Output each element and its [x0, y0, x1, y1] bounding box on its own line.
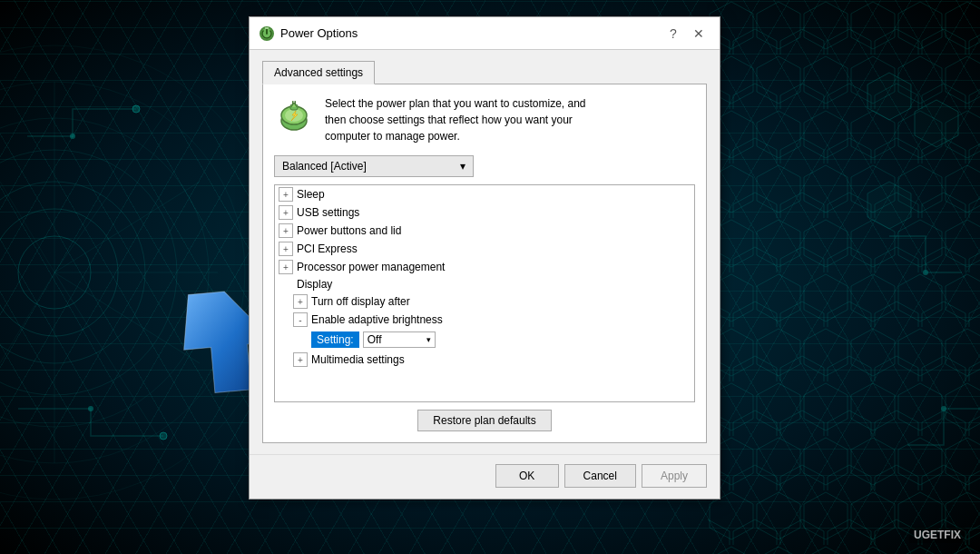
setting-label: Setting: — [311, 331, 359, 348]
background-circles — [0, 0, 290, 554]
svg-point-18 — [132, 105, 140, 113]
tree-expand-multimedia[interactable]: + — [293, 352, 308, 367]
tab-advanced-settings[interactable]: Advanced settings — [262, 61, 375, 84]
svg-point-28 — [941, 406, 946, 411]
ok-button[interactable]: OK — [495, 464, 559, 488]
dialog-footer: OK Cancel Apply — [250, 454, 720, 499]
tree-label-sleep: Sleep — [297, 188, 325, 201]
tree-expand-usb[interactable]: + — [279, 205, 293, 220]
tree-label-turn_off: Turn off display after — [311, 295, 410, 308]
svg-line-15 — [0, 272, 54, 363]
hex-grid-right — [708, 0, 980, 554]
tree-item-pci: + PCI Express — [275, 240, 694, 258]
tree-item-multimedia: + Multimedia settings — [275, 351, 694, 369]
tab-content: Select the power plan that you want to c… — [262, 84, 707, 443]
svg-rect-36 — [292, 101, 294, 104]
tab-bar: Advanced settings — [262, 61, 707, 84]
setting-row-setting: Setting: Off ▾ — [308, 329, 694, 351]
settings-tree[interactable]: + Sleep + USB settings + Power buttons a… — [274, 184, 695, 402]
tree-item-power_buttons: + Power buttons and lid — [275, 222, 694, 240]
apply-button[interactable]: Apply — [642, 464, 707, 488]
tree-label-pci: PCI Express — [297, 242, 358, 255]
svg-point-27 — [923, 270, 928, 275]
svg-point-17 — [88, 406, 93, 411]
tree-item-processor: + Processor power management — [275, 258, 694, 276]
tree-label-adaptive: Enable adaptive brightness — [311, 313, 443, 326]
tree-expand-pci[interactable]: + — [279, 242, 293, 256]
svg-rect-23 — [708, 0, 980, 554]
svg-rect-37 — [295, 101, 297, 104]
tree-expand-processor[interactable]: + — [279, 260, 293, 274]
svg-line-14 — [0, 182, 54, 272]
tree-expand-adaptive[interactable]: - — [293, 312, 308, 327]
tree-item-turn_off: + Turn off display after — [275, 292, 694, 311]
tree-expand-sleep[interactable]: + — [279, 187, 293, 202]
titlebar-controls: ? ✕ — [662, 24, 710, 44]
info-section: Select the power plan that you want to c… — [274, 95, 695, 144]
watermark: UGETFIX — [909, 527, 965, 543]
dialog-titlebar: Power Options ? ✕ — [250, 17, 720, 50]
setting-value-dropdown[interactable]: Off ▾ — [363, 331, 436, 348]
svg-rect-31 — [265, 27, 269, 29]
tree-expand-turn_off[interactable]: + — [293, 294, 308, 309]
svg-line-11 — [54, 272, 163, 445]
restore-plan-defaults-button[interactable]: Restore plan defaults — [417, 410, 551, 431]
plan-dropdown-arrow: ▾ — [460, 160, 466, 173]
power-plan-icon — [274, 95, 314, 135]
tree-label-display: Display — [297, 278, 332, 291]
svg-point-16 — [70, 134, 75, 139]
power-options-dialog: Power Options ? ✕ Advanced settings — [249, 16, 720, 500]
tree-item-display: Display — [275, 276, 694, 292]
info-description: Select the power plan that you want to c… — [325, 95, 586, 144]
close-button[interactable]: ✕ — [687, 24, 710, 44]
svg-line-7 — [54, 91, 181, 272]
tree-item-adaptive: - Enable adaptive brightness — [275, 311, 694, 329]
tree-item-sleep: + Sleep — [275, 185, 694, 203]
help-button[interactable]: ? — [662, 24, 685, 44]
tree-label-usb: USB settings — [297, 206, 359, 219]
svg-point-19 — [160, 432, 167, 440]
tree-expand-power_buttons[interactable]: + — [279, 223, 293, 238]
tree-label-processor: Processor power management — [297, 261, 445, 273]
tree-label-power_buttons: Power buttons and lid — [297, 224, 401, 237]
titlebar-left: Power Options — [259, 25, 358, 42]
tree-item-usb: + USB settings — [275, 203, 694, 222]
cancel-button[interactable]: Cancel — [564, 464, 636, 488]
svg-line-8 — [54, 182, 200, 272]
plan-dropdown-value: Balanced [Active] — [282, 160, 367, 173]
plan-dropdown[interactable]: Balanced [Active] ▾ — [274, 155, 474, 177]
dialog-body: Advanced settings — [250, 50, 720, 454]
tree-label-multimedia: Multimedia settings — [311, 353, 405, 366]
dialog-title: Power Options — [280, 26, 358, 40]
power-icon — [259, 25, 275, 42]
